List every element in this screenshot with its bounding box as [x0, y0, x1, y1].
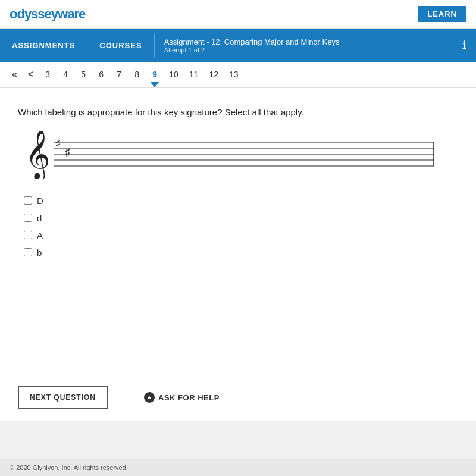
page-7[interactable]: 7	[111, 67, 127, 82]
page-8[interactable]: 8	[129, 67, 145, 82]
copyright-text: © 2020 Glynlyon, Inc. All rights reserve…	[10, 464, 128, 471]
pagination-bar: « < 3 4 5 6 7 8 9 10 11 12 13	[0, 62, 476, 88]
checkbox-D[interactable]	[24, 196, 32, 205]
svg-text:𝄞: 𝄞	[25, 131, 51, 179]
next-question-button[interactable]: NEXT QUESTION	[18, 386, 108, 409]
option-A-label: A	[37, 230, 43, 240]
ask-help-button[interactable]: ● ASK FOR HELP	[144, 392, 220, 403]
learn-button[interactable]: LEARN	[418, 6, 466, 22]
ask-help-label: ASK FOR HELP	[158, 393, 220, 402]
option-D-label: D	[37, 196, 43, 206]
bottom-bar: NEXT QUESTION ● ASK FOR HELP	[0, 374, 476, 421]
options-list: D d A b	[24, 196, 458, 258]
nav-assignments[interactable]: ASSIGNMENTS	[0, 29, 87, 62]
page-4[interactable]: 4	[57, 67, 74, 82]
main-content: Which labeling is appropriate for this k…	[0, 88, 476, 374]
page-3[interactable]: 3	[39, 67, 56, 82]
music-staff: 𝄞 ♯ ♯	[18, 131, 446, 179]
page-11[interactable]: 11	[184, 67, 203, 82]
staff-container: 𝄞 ♯ ♯	[18, 131, 458, 181]
page-first[interactable]: «	[7, 67, 22, 82]
question-text: Which labeling is appropriate for this k…	[18, 106, 458, 120]
page-12[interactable]: 12	[204, 67, 223, 82]
svg-text:♯: ♯	[55, 136, 61, 151]
page-13[interactable]: 13	[224, 67, 243, 82]
info-icon[interactable]: ℹ	[453, 29, 476, 62]
assignment-info: Assignment - 12. Comparing Major and Min…	[155, 29, 453, 62]
assignment-title: Assignment - 12. Comparing Major and Min…	[164, 37, 443, 46]
page-prev[interactable]: <	[23, 67, 38, 82]
svg-text:♯: ♯	[64, 145, 71, 160]
option-d[interactable]: d	[24, 213, 458, 223]
help-icon: ●	[144, 392, 155, 403]
assignment-attempt: Attempt 1 of 2	[164, 46, 443, 54]
option-b-label: b	[37, 248, 42, 258]
option-A[interactable]: A	[24, 230, 458, 240]
checkbox-d[interactable]	[24, 214, 32, 222]
page-10[interactable]: 10	[164, 67, 183, 82]
checkbox-b[interactable]	[24, 248, 32, 256]
option-b[interactable]: b	[24, 248, 458, 258]
checkbox-A[interactable]	[24, 231, 32, 239]
logo: odysseyware	[10, 7, 85, 22]
page-6[interactable]: 6	[93, 67, 109, 82]
bottom-divider	[126, 387, 126, 408]
option-d-label: d	[37, 213, 42, 223]
nav-courses[interactable]: COURSES	[87, 29, 154, 62]
page-9[interactable]: 9	[146, 67, 163, 82]
footer: © 2020 Glynlyon, Inc. All rights reserve…	[0, 459, 476, 476]
option-D[interactable]: D	[24, 196, 458, 206]
top-header: odysseyware LEARN	[0, 0, 476, 29]
page-5[interactable]: 5	[75, 67, 92, 82]
nav-bar: ASSIGNMENTS COURSES Assignment - 12. Com…	[0, 29, 476, 62]
